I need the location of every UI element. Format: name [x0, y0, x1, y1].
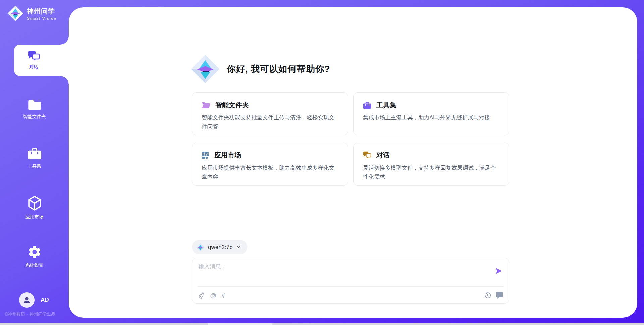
hash-icon: #: [221, 292, 225, 299]
avatar: [19, 292, 35, 308]
message-input[interactable]: [198, 263, 487, 283]
card-smart-folder[interactable]: 智能文件夹 智能文件夹功能支持批量文件上传与清洗，轻松实现文件问答: [192, 92, 348, 135]
brand-logo: 神州问学 Smart Vision: [7, 5, 57, 21]
brand-subtitle: Smart Vision: [27, 16, 57, 20]
briefcase-icon: [363, 102, 371, 109]
card-chat[interactable]: 对话 灵活切换多模型文件，支持多样回复效果调试，满足个性化需求: [353, 143, 509, 186]
sidebar-item-app-market[interactable]: 应用市场: [0, 196, 69, 220]
composer-toolbar: @ #: [198, 290, 503, 301]
main-content: 你好, 我可以如何帮助你? 智能文件夹 智能文件夹功能支持批量文件上传与清洗，轻…: [192, 7, 509, 318]
sidebar-item-label: 应用市场: [25, 214, 44, 220]
panel-overlay: 你好, 我可以如何帮助你? 智能文件夹 智能文件夹功能支持批量文件上传与清洗，轻…: [69, 7, 637, 318]
card-head: 工具集: [363, 101, 500, 110]
topic-button[interactable]: #: [221, 292, 225, 299]
folder-icon: [28, 99, 41, 111]
model-diamond-icon: [196, 243, 205, 252]
message-composer: @ #: [192, 258, 509, 304]
card-description: 应用市场提供丰富长文本模板，助力高效生成多样化文章内容: [202, 163, 338, 181]
sidebar-item-label: 对话: [29, 64, 38, 70]
model-name: qwen2:7b: [208, 244, 233, 251]
comment-icon: [496, 292, 503, 299]
app-root: 神州问学 Smart Vision 对话 智能文件夹: [0, 0, 644, 325]
card-description: 灵活切换多模型文件，支持多样回复效果调试，满足个性化需求: [363, 163, 500, 181]
card-head: 应用市场: [202, 151, 338, 160]
sidebar-item-toolset[interactable]: 工具集: [0, 148, 69, 169]
chat-bubbles-icon: [363, 151, 371, 159]
toolbar-right: [484, 292, 503, 299]
card-head: 对话: [363, 151, 500, 160]
at-icon: @: [210, 292, 216, 299]
card-description: 集成市场上主流工具，助力AI与外界无缝扩展与对接: [363, 113, 500, 122]
user-initials: AD: [41, 297, 49, 303]
sidebar-item-label: 智能文件夹: [23, 114, 46, 120]
card-title: 对话: [376, 151, 390, 160]
feature-cards: 智能文件夹 智能文件夹功能支持批量文件上传与清洗，轻松实现文件问答 工具集: [192, 92, 509, 186]
brand-diamond-icon: [7, 5, 23, 21]
assistant-diamond-icon: [191, 54, 220, 84]
sidebar-item-settings[interactable]: 系统设置: [0, 245, 69, 268]
grid-icon: [202, 151, 209, 159]
card-app-market[interactable]: 应用市场 应用市场提供丰富长文本模板，助力高效生成多样化文章内容: [192, 143, 348, 186]
greeting-title: 你好, 我可以如何帮助你?: [227, 63, 330, 75]
horizontal-scrollbar[interactable]: [0, 323, 644, 325]
sidebar-item-label: 系统设置: [25, 262, 44, 268]
chat-bubbles-icon: [28, 51, 40, 62]
gear-icon: [27, 245, 42, 259]
attach-button[interactable]: [198, 291, 205, 299]
paperclip-icon: [198, 291, 205, 299]
sidebar-item-label: 工具集: [28, 163, 41, 169]
mention-button[interactable]: @: [210, 292, 216, 299]
model-selector[interactable]: qwen2:7b: [192, 240, 247, 254]
folder-open-icon: [202, 102, 210, 109]
card-toolset[interactable]: 工具集 集成市场上主流工具，助力AI与外界无缝扩展与对接: [353, 92, 509, 135]
clock-history-icon: [484, 292, 491, 299]
card-title: 工具集: [376, 101, 396, 110]
sidebar: 神州问学 Smart Vision 对话 智能文件夹: [0, 0, 69, 325]
send-button[interactable]: [494, 267, 503, 275]
cube-icon: [28, 196, 42, 211]
composer-divider: [198, 286, 504, 287]
tab-curve-bottom: [61, 76, 69, 84]
card-title: 应用市场: [214, 151, 241, 160]
sidebar-footer: ©神州数码 · 神州问学出品: [5, 311, 55, 317]
sidebar-item-smart-folder[interactable]: 智能文件夹: [0, 99, 69, 120]
card-description: 智能文件夹功能支持批量文件上传与清洗，轻松实现文件问答: [202, 113, 338, 131]
card-head: 智能文件夹: [202, 101, 338, 110]
history-button[interactable]: [484, 292, 491, 299]
comment-button[interactable]: [496, 292, 503, 299]
brand-name: 神州问学: [27, 7, 57, 16]
briefcase-icon: [28, 148, 42, 160]
send-icon: [494, 267, 503, 275]
toolbar-left: @ #: [198, 291, 225, 299]
greeting: 你好, 我可以如何帮助你?: [191, 54, 330, 84]
user-profile[interactable]: AD: [19, 292, 49, 308]
card-title: 智能文件夹: [215, 101, 249, 110]
brand-text: 神州问学 Smart Vision: [27, 7, 57, 20]
tab-curve-top: [61, 37, 69, 45]
chevron-down-icon: [236, 245, 241, 250]
scrollbar-thumb[interactable]: [208, 323, 272, 325]
sidebar-item-chat[interactable]: 对话: [14, 45, 69, 76]
person-icon: [22, 296, 31, 304]
